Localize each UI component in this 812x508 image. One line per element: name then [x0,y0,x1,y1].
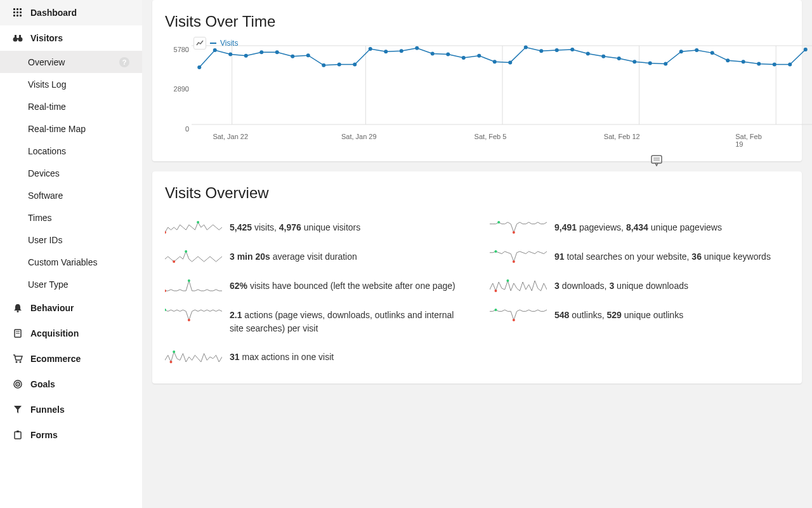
svg-point-67 [742,60,745,64]
clipboard-icon [13,430,23,440]
svg-point-79 [165,290,166,292]
svg-point-68 [757,62,761,66]
legend-label: Visits [220,39,238,48]
visits-over-time-title: Visits Over Time [165,13,789,30]
svg-point-88 [494,250,497,253]
svg-point-14 [17,311,19,312]
visits-chart[interactable]: Visits 5780 2890 0 Sat, Jan 22 Sat, Jan … [165,41,789,149]
metric-row[interactable]: 3 downloads, 3 unique downloads [490,271,789,300]
svg-point-55 [555,48,559,52]
svg-point-70 [788,63,792,67]
svg-point-35 [244,54,248,58]
svg-point-77 [173,260,175,263]
svg-point-82 [165,309,166,311]
chart-svg [192,41,812,130]
metric-row[interactable]: 91 total searches on your website, 36 un… [490,241,789,271]
sub-user-type[interactable]: User Type [0,273,142,295]
svg-point-65 [710,51,714,55]
svg-rect-6 [13,15,15,17]
metric-text: 31 max actions in one visit [230,348,334,364]
sparkline [165,249,222,264]
metric-row[interactable]: 5,425 visits, 4,976 unique visitors [165,212,464,241]
svg-point-62 [664,62,667,66]
svg-rect-11 [16,38,19,39]
nav-funnels[interactable]: Funnels [0,397,142,422]
sub-locations[interactable]: Locations [0,140,142,162]
nav-behaviour-label: Behaviour [30,303,74,313]
annotation-icon[interactable] [651,155,662,166]
metric-text: 548 outlinks, 529 unique outlinks [554,306,683,322]
metric-row[interactable]: 62% visits have bounced (left the websit… [165,271,464,300]
sub-devices[interactable]: Devices [0,162,142,184]
svg-point-92 [494,309,497,311]
svg-point-48 [446,53,450,57]
cart-icon [13,354,23,364]
svg-rect-24 [16,431,19,432]
overview-left-col: 5,425 visits, 4,976 unique visitors3 min… [165,212,464,371]
metric-text: 3 min 20s average visit duration [230,248,357,264]
nav-behaviour[interactable]: Behaviour [0,295,142,321]
svg-point-18 [16,361,18,363]
metric-row[interactable]: 548 outlinks, 529 unique outlinks [490,300,789,329]
metric-row[interactable]: 31 max actions in one visit [165,342,464,371]
sparkline [165,349,222,364]
nav-ecommerce[interactable]: Ecommerce [0,346,142,371]
sub-visits-log[interactable]: Visits Log [0,73,142,95]
chart-type-icon[interactable] [193,37,206,50]
svg-rect-1 [16,8,18,10]
metric-row[interactable]: 2.1 actions (page views, downloads, outl… [165,300,464,342]
nav-forms[interactable]: Forms [0,422,142,448]
svg-point-49 [462,56,466,60]
svg-point-59 [617,57,621,60]
svg-point-64 [695,48,698,52]
svg-point-39 [306,53,310,57]
svg-point-51 [493,60,497,64]
visitors-submenu: Overview ? Visits Log Real-time Real-tim… [0,51,142,295]
sub-real-time[interactable]: Real-time [0,95,142,117]
metric-row[interactable]: 3 min 20s average visit duration [165,241,464,271]
svg-point-56 [570,48,574,51]
svg-point-54 [539,49,543,53]
svg-point-44 [384,50,388,53]
main-content: Visits Over Time Visits 5780 2890 0 Sat,… [142,0,812,508]
grid-icon [13,8,23,18]
svg-point-91 [513,319,515,321]
sub-user-ids[interactable]: User IDs [0,229,142,251]
svg-point-57 [586,51,590,55]
metric-text: 5,425 visits, 4,976 unique visitors [230,218,360,234]
svg-point-90 [506,279,509,282]
nav-goals[interactable]: Goals [0,371,142,397]
nav-acquisition-label: Acquisition [30,328,79,338]
svg-point-75 [165,231,166,234]
metric-text: 91 total searches on your website, 36 un… [554,248,771,264]
help-icon[interactable]: ? [119,57,129,67]
metric-text: 2.1 actions (page views, downloads, outl… [230,306,464,335]
svg-rect-72 [652,156,662,163]
svg-point-43 [369,47,372,51]
nav-visitors[interactable]: Visitors [0,25,142,51]
sub-real-time-map[interactable]: Real-time Map [0,117,142,140]
metric-text: 3 downloads, 3 unique downloads [554,277,688,293]
visits-overview-title: Visits Overview [165,184,789,202]
svg-point-89 [494,290,497,292]
svg-point-69 [773,63,776,67]
nav-acquisition[interactable]: Acquisition [0,321,142,346]
svg-point-80 [188,279,190,282]
svg-rect-3 [13,11,15,13]
sub-times[interactable]: Times [0,206,142,229]
sparkline [165,220,222,235]
binoculars-icon [13,33,23,43]
svg-point-42 [353,63,357,67]
sub-custom-variables[interactable]: Custom Variables [0,251,142,273]
metric-row[interactable]: 9,491 pageviews, 8,434 unique pageviews [490,212,789,241]
svg-point-71 [804,48,808,51]
nav-visitors-label: Visitors [30,33,63,43]
svg-point-52 [508,60,512,64]
sub-overview[interactable]: Overview ? [0,51,142,73]
sparkline [165,307,222,323]
sub-software[interactable]: Software [0,184,142,206]
legend-swatch [210,43,216,44]
sparkline [490,307,547,323]
nav-dashboard[interactable]: Dashboard [0,0,142,25]
svg-point-38 [291,55,294,58]
